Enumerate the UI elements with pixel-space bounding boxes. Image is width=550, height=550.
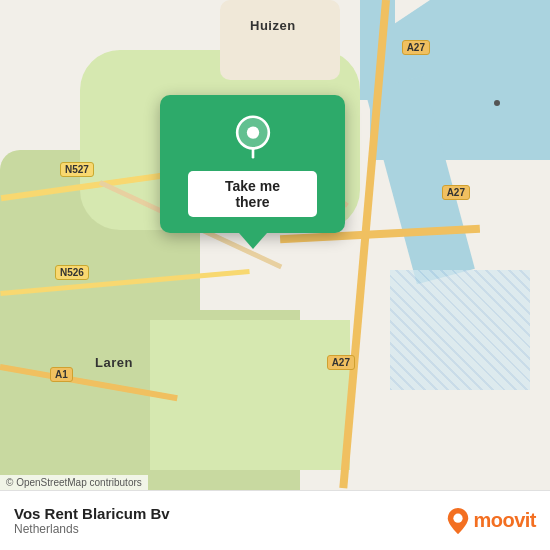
green-area-bottom-center: [150, 320, 350, 470]
svg-point-2: [246, 126, 258, 138]
location-title: Vos Rent Blaricum Bv: [14, 505, 170, 522]
popup-box: Take me there: [160, 95, 345, 233]
label-a27-mid: A27: [442, 185, 470, 200]
place-laren: Laren: [95, 355, 133, 370]
urban-area: [220, 0, 340, 80]
map-dot: [494, 100, 500, 106]
place-huizen: Huizen: [250, 18, 296, 33]
label-a1: A1: [50, 367, 73, 382]
label-n526: N526: [55, 265, 89, 280]
striped-field: [390, 270, 530, 390]
bottom-bar: Vos Rent Blaricum Bv Netherlands moovit: [0, 490, 550, 550]
location-info: Vos Rent Blaricum Bv Netherlands: [14, 505, 170, 536]
location-subtitle: Netherlands: [14, 522, 170, 536]
map: A27 A27 A27 N527 N526 A1 Huizen Laren Ta…: [0, 0, 550, 490]
label-n527: N527: [60, 162, 94, 177]
moovit-pin-icon: [447, 508, 469, 534]
moovit-text: moovit: [473, 509, 536, 532]
label-a27-bottom: A27: [327, 355, 355, 370]
svg-point-3: [454, 513, 463, 522]
moovit-logo: moovit: [447, 508, 536, 534]
location-pin-icon: [231, 115, 275, 159]
popup-arrow: [239, 233, 267, 249]
label-a27-top: A27: [402, 40, 430, 55]
attribution: © OpenStreetMap contributors: [0, 475, 148, 490]
take-me-there-button[interactable]: Take me there: [188, 171, 317, 217]
popup-callout: Take me there: [155, 95, 350, 249]
